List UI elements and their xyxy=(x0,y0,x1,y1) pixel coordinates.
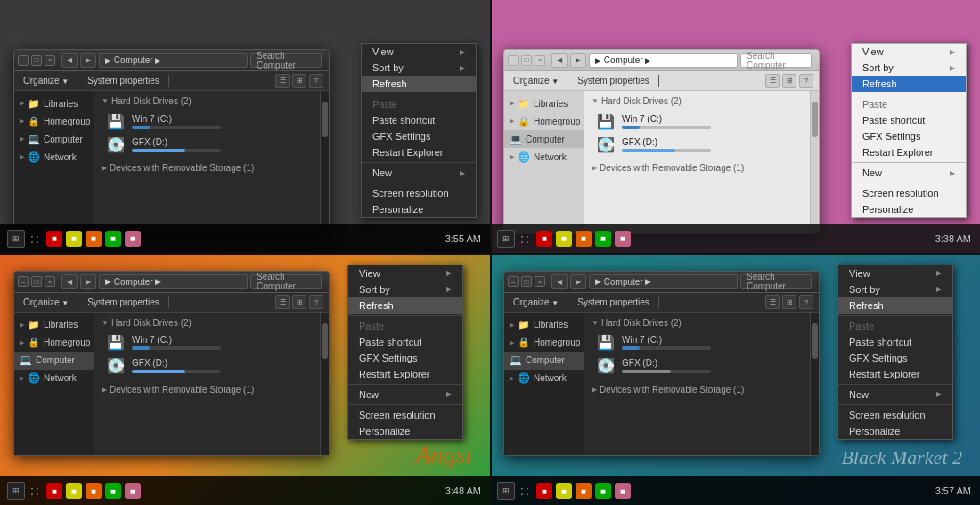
search-tl[interactable]: Search Computer xyxy=(250,53,322,68)
nav-forward-br[interactable]: ▶ xyxy=(570,274,586,289)
drive-c-br[interactable]: 💾 Win 7 (C:) xyxy=(592,331,803,354)
ctx-pasteshortcut-br[interactable]: Paste shortcut xyxy=(838,334,952,350)
ctx-gfx-br[interactable]: GFX Settings xyxy=(838,350,952,366)
ctx-personalize-tl[interactable]: Personalize xyxy=(362,201,476,217)
nav-forward-bl[interactable]: ▶ xyxy=(80,274,96,289)
sysprops-btn-tr[interactable]: System properties xyxy=(574,75,653,86)
ctx-gfx-bl[interactable]: GFX Settings xyxy=(348,350,462,366)
tb-icon-pink-tl[interactable]: ■ xyxy=(125,231,141,247)
ctx-refresh-tr[interactable]: Refresh xyxy=(852,76,966,92)
search-br[interactable]: Search Computer xyxy=(740,274,812,289)
tb-icon-green-tl[interactable]: ■ xyxy=(105,231,121,247)
tb-icon-green-br[interactable]: ■ xyxy=(595,483,611,499)
drive-d-bl[interactable]: 💽 GFX (D:) xyxy=(102,354,313,378)
win-maximize-tr[interactable]: □ xyxy=(521,55,532,66)
tb-icon-yellow-tr[interactable]: ■ xyxy=(556,231,572,247)
tb-icon-pink-br[interactable]: ■ xyxy=(615,483,631,499)
nav-back-br[interactable]: ◀ xyxy=(551,274,568,289)
start-btn-br[interactable]: ⊞ xyxy=(497,482,515,500)
win-minimize-br[interactable]: – xyxy=(508,276,519,287)
sidebar-computer-br[interactable]: 💻 Computer xyxy=(504,352,584,370)
view-btn2-bl[interactable]: ⊞ xyxy=(292,295,306,309)
tb-icon-yellow-bl[interactable]: ■ xyxy=(66,483,82,499)
sidebar-network-tl[interactable]: ▶ 🌐 Network xyxy=(14,148,94,166)
win-minimize-tr[interactable]: – xyxy=(508,55,519,66)
scrollbar-tl[interactable] xyxy=(320,91,329,233)
ctx-view-tl[interactable]: View ▶ xyxy=(362,44,476,60)
ctx-restart-bl[interactable]: Restart Explorer xyxy=(348,366,462,382)
ctx-gfx-tr[interactable]: GFX Settings xyxy=(852,128,966,144)
organize-btn-tl[interactable]: Organize ▼ xyxy=(20,75,72,86)
breadcrumb-tl[interactable]: ▶ Computer ▶ xyxy=(99,53,248,68)
nav-back-tr[interactable]: ◀ xyxy=(551,53,568,68)
drive-c-bl[interactable]: 💾 Win 7 (C:) xyxy=(102,331,313,354)
sidebar-computer-bl[interactable]: 💻 Computer xyxy=(14,352,94,370)
win-maximize-br[interactable]: □ xyxy=(521,276,532,287)
ctx-screenres-bl[interactable]: Screen resolution xyxy=(348,407,462,423)
tb-icon-pink-tr[interactable]: ■ xyxy=(615,231,631,247)
tb-icon-green-bl[interactable]: ■ xyxy=(105,483,121,499)
nav-forward-tr[interactable]: ▶ xyxy=(570,53,586,68)
ctx-new-tr[interactable]: New ▶ xyxy=(852,165,966,181)
help-btn-br[interactable]: ? xyxy=(799,295,813,309)
ctx-pasteshortcut-tr[interactable]: Paste shortcut xyxy=(852,112,966,128)
organize-btn-tr[interactable]: Organize ▼ xyxy=(510,75,562,86)
tb-icon-red-bl[interactable]: ■ xyxy=(46,483,62,499)
sysprops-btn-br[interactable]: System properties xyxy=(574,297,653,308)
start-btn-tl[interactable]: ⊞ xyxy=(7,230,25,248)
tb-icon-orange-tl[interactable]: ■ xyxy=(86,231,102,247)
sidebar-network-bl[interactable]: ▶ 🌐 Network xyxy=(14,370,94,387)
tb-icon-green-tr[interactable]: ■ xyxy=(595,231,611,247)
ctx-personalize-tr[interactable]: Personalize xyxy=(852,201,966,217)
ctx-sortby-br[interactable]: Sort by ▶ xyxy=(838,281,952,297)
sidebar-network-br[interactable]: ▶ 🌐 Network xyxy=(504,370,584,387)
organize-btn-bl[interactable]: Organize ▼ xyxy=(20,297,72,308)
nav-back-bl[interactable]: ◀ xyxy=(61,274,78,289)
sidebar-homegroup-bl[interactable]: ▶ 🔒 Homegroup xyxy=(14,334,94,352)
tb-icon-yellow-br[interactable]: ■ xyxy=(556,483,572,499)
tb-icon-orange-br[interactable]: ■ xyxy=(576,483,592,499)
nav-forward-tl[interactable]: ▶ xyxy=(80,53,96,68)
view-btn2-tl[interactable]: ⊞ xyxy=(292,74,306,88)
ctx-new-br[interactable]: New ▶ xyxy=(838,387,952,403)
search-tr[interactable]: Search Computer xyxy=(740,53,812,68)
win-close-br[interactable]: × xyxy=(535,276,545,287)
win-close-tr[interactable]: × xyxy=(535,55,545,66)
ctx-view-bl[interactable]: View ▶ xyxy=(348,265,462,281)
tb-icon-red-tl[interactable]: ■ xyxy=(46,231,62,247)
ctx-personalize-br[interactable]: Personalize xyxy=(838,423,952,439)
ctx-restart-tl[interactable]: Restart Explorer xyxy=(362,144,476,160)
tb-icon-red-tr[interactable]: ■ xyxy=(536,231,552,247)
scrollbar-tr[interactable] xyxy=(810,91,819,233)
ctx-sortby-tr[interactable]: Sort by ▶ xyxy=(852,60,966,76)
sidebar-computer-tr[interactable]: 💻 Computer xyxy=(504,130,584,148)
help-btn-bl[interactable]: ? xyxy=(309,295,323,309)
win-maximize-bl[interactable]: □ xyxy=(31,276,42,287)
drive-d-tl[interactable]: 💽 GFX (D:) xyxy=(102,133,313,156)
ctx-sortby-tl[interactable]: Sort by ▶ xyxy=(362,60,476,76)
win-close-tl[interactable]: × xyxy=(45,55,55,66)
sidebar-libraries-tl[interactable]: ▶ 📁 Libraries xyxy=(14,94,94,112)
win-minimize-tl[interactable]: – xyxy=(18,55,29,66)
ctx-screenres-tr[interactable]: Screen resolution xyxy=(852,185,966,201)
view-btn2-br[interactable]: ⊞ xyxy=(782,295,796,309)
ctx-refresh-br[interactable]: Refresh xyxy=(838,297,952,314)
view-btn1-tl[interactable]: ☰ xyxy=(275,74,290,88)
drive-d-br[interactable]: 💽 GFX (D:) xyxy=(592,354,803,378)
ctx-view-tr[interactable]: View ▶ xyxy=(852,44,966,60)
start-btn-tr[interactable]: ⊞ xyxy=(497,230,515,248)
ctx-new-tl[interactable]: New ▶ xyxy=(362,165,476,181)
ctx-refresh-bl[interactable]: Refresh xyxy=(348,297,462,314)
view-btn1-bl[interactable]: ☰ xyxy=(275,295,290,309)
ctx-screenres-br[interactable]: Screen resolution xyxy=(838,407,952,423)
ctx-restart-br[interactable]: Restart Explorer xyxy=(838,366,952,382)
drive-d-tr[interactable]: 💽 GFX (D:) xyxy=(592,133,803,156)
sidebar-computer-tl[interactable]: ▶ 💻 Computer xyxy=(14,130,94,148)
tb-icon-orange-tr[interactable]: ■ xyxy=(576,231,592,247)
drive-c-tl[interactable]: 💾 Win 7 (C:) xyxy=(102,110,313,133)
breadcrumb-br[interactable]: ▶ Computer ▶ xyxy=(589,274,738,289)
sidebar-homegroup-tr[interactable]: ▶ 🔒 Homegroup xyxy=(504,112,584,130)
start-btn-bl[interactable]: ⊞ xyxy=(7,482,25,500)
ctx-pasteshortcut-bl[interactable]: Paste shortcut xyxy=(348,334,462,350)
view-btn1-tr[interactable]: ☰ xyxy=(765,74,780,88)
